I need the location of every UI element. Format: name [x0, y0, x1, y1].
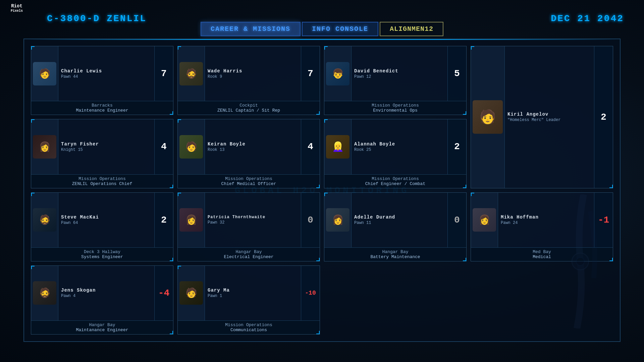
role-charlie: Maintenance Engineer [34, 108, 170, 113]
card-alannah[interactable]: 👱‍♀️ Alannah Boyle Rook 25 2 Mission Ope… [324, 119, 467, 188]
location-keiran: Mission Operations [180, 176, 317, 181]
face-mika: 👩 [473, 208, 496, 232]
bottom-patricia: Hangar Bay Electrical Engineer [178, 247, 320, 261]
bottom-jens: Hangar Bay Maintanance Engineer [31, 320, 173, 334]
role-jens: Maintanance Engineer [34, 327, 170, 333]
face-taryn: 👩 [33, 135, 56, 159]
face-kiril: 🧑 [473, 100, 503, 134]
role-taryn: ZENLIL Operations Chief [34, 181, 170, 186]
card-gary[interactable]: 🧑 Gary Ma Pawn 1 -10 Mission Operations … [177, 265, 320, 335]
rank-adelle: Pawn 11 [354, 221, 445, 225]
name-kiril: Kiril Angelov [507, 112, 591, 117]
score-charlie: 7 [154, 46, 173, 101]
rank-keiran: Rook 13 [208, 147, 298, 152]
bottom-adelle: Hangar Bay Battery Maintenance [324, 247, 466, 261]
avatar-mika: 👩 [471, 193, 498, 247]
score-adelle: 0 [447, 193, 466, 247]
role-alannah: Chief Engineer / Combat [327, 181, 464, 186]
avatar-david: 👦 [324, 46, 351, 101]
location-david: Mission Operations [327, 103, 464, 108]
rank-alannah: Rook 25 [354, 147, 445, 152]
role-wade: ZENLIL Captain / Sit Rep [180, 108, 317, 113]
face-patricia: 👩 [179, 208, 203, 232]
info-alannah: Alannah Boyle Rook 25 [351, 119, 447, 174]
info-gary: Gary Ma Pawn 1 [205, 266, 301, 320]
score-jens: -4 [154, 266, 173, 320]
avatar-gary: 🧑 [178, 266, 205, 320]
info-jens: Jens Skogan Pawn 4 [58, 266, 154, 320]
name-david: David Benedict [354, 68, 445, 74]
card-jens[interactable]: 🧔 Jens Skogan Pawn 4 -4 Hangar Bay Maint… [31, 265, 173, 335]
bottom-david: Mission Operations Environmental Ops [324, 101, 466, 115]
card-patricia[interactable]: 👩 Patricia Thornthwaite Pawn 32 0 Hangar… [177, 192, 320, 261]
card-keiran[interactable]: 🧑 Keiran Boyle Rook 13 4 Mission Operati… [177, 119, 320, 188]
score-kiril: 2 [594, 46, 613, 188]
face-gary: 🧑 [179, 281, 203, 305]
avatar-jens: 🧔 [31, 266, 58, 320]
main-panel: GLOBAL H2O MONITORING 🧑 Charlie Lewis Pa… [23, 39, 621, 342]
score-david: 5 [447, 46, 466, 101]
info-charlie: Charlie Lewis Pawn 44 [58, 46, 154, 101]
avatar-taryn: 👩 [31, 119, 58, 174]
face-steve: 🧔 [33, 208, 56, 232]
rank-wade: Rook 9 [208, 74, 298, 79]
avatar-adelle: 👩 [324, 193, 351, 247]
card-adelle[interactable]: 👩 Adelle Durand Pawn 11 0 Hangar Bay Bat… [324, 192, 467, 261]
rank-jens: Pawn 4 [61, 294, 152, 298]
card-wade[interactable]: 🧔 Wade Harris Rook 9 7 Cockpit ZENLIL Ca… [177, 46, 320, 115]
rank-taryn: Knight 15 [61, 147, 152, 152]
bottom-wade: Cockpit ZENLIL Captain / Sit Rep [178, 101, 320, 115]
name-steve: Steve MacKai [61, 215, 152, 220]
card-steve[interactable]: 🧔 Steve MacKai Pawn 64 2 Deck 3 Hallway … [31, 192, 173, 261]
location-adelle: Hangar Bay [327, 249, 464, 254]
score-alannah: 2 [447, 119, 466, 174]
ship-name: C-3800-D ZENLIL [47, 13, 147, 24]
score-keiran: 4 [301, 119, 320, 174]
info-adelle: Adelle Durand Pawn 11 [351, 193, 447, 247]
location-jens: Hangar Bay [34, 322, 170, 327]
card-taryn[interactable]: 👩 Taryn Fisher Knight 15 4 Mission Opera… [31, 119, 173, 188]
card-charlie[interactable]: 🧑 Charlie Lewis Pawn 44 7 Barracks Maint… [31, 46, 173, 115]
rank-gary: Pawn 1 [208, 294, 298, 298]
bottom-steve: Deck 3 Hallway Systems Engineer [31, 247, 173, 261]
location-steve: Deck 3 Hallway [34, 249, 170, 254]
face-charlie: 🧑 [33, 62, 56, 85]
location-gary: Mission Operations [180, 322, 317, 327]
date-display: DEC 21 2042 [551, 13, 624, 24]
avatar-wade: 🧔 [178, 46, 205, 101]
location-alannah: Mission Operations [327, 176, 464, 181]
info-kiril: Kiril Angelov "Homeless Merc" Leader [504, 46, 594, 188]
name-taryn: Taryn Fisher [61, 141, 152, 147]
face-alannah: 👱‍♀️ [326, 135, 350, 159]
rank-steve: Pawn 64 [61, 221, 152, 225]
role-adelle: Battery Maintenance [327, 254, 464, 259]
card-david[interactable]: 👦 David Benedict Pawn 12 5 Mission Opera… [324, 46, 467, 115]
info-taryn: Taryn Fisher Knight 15 [58, 119, 154, 174]
info-keiran: Keiran Boyle Rook 13 [205, 119, 301, 174]
avatar-patricia: 👩 [178, 193, 205, 247]
name-wade: Wade Harris [208, 68, 298, 74]
bottom-taryn: Mission Operations ZENLIL Operations Chi… [31, 174, 173, 188]
avatar-kiril: 🧑 [471, 46, 504, 188]
rank-charlie: Pawn 44 [61, 74, 152, 79]
role-patricia: Electrical Engineer [180, 254, 317, 259]
info-david: David Benedict Pawn 12 [351, 46, 447, 101]
score-taryn: 4 [154, 119, 173, 174]
score-steve: 2 [154, 193, 173, 247]
bottom-charlie: Barracks Maintenance Engineer [31, 101, 173, 115]
location-charlie: Barracks [34, 103, 170, 108]
avatar-alannah: 👱‍♀️ [324, 119, 351, 174]
bottom-gary: Mission Operations Communications [178, 320, 320, 334]
location-wade: Cockpit [180, 103, 317, 108]
name-jens: Jens Skogan [61, 288, 152, 293]
score-patricia: 0 [301, 193, 320, 247]
info-patricia: Patricia Thornthwaite Pawn 32 [205, 193, 301, 247]
rank-david: Pawn 12 [354, 74, 445, 79]
bottom-keiran: Mission Operations Chief Medical Officer [178, 174, 320, 188]
face-adelle: 👩 [326, 208, 350, 232]
card-kiril[interactable]: 🧑 Kiril Angelov "Homeless Merc" Leader 2 [471, 46, 613, 188]
info-steve: Steve MacKai Pawn 64 [58, 193, 154, 247]
name-alannah: Alannah Boyle [354, 141, 445, 147]
rank-kiril: "Homeless Merc" Leader [507, 118, 591, 122]
score-wade: 7 [301, 46, 320, 101]
